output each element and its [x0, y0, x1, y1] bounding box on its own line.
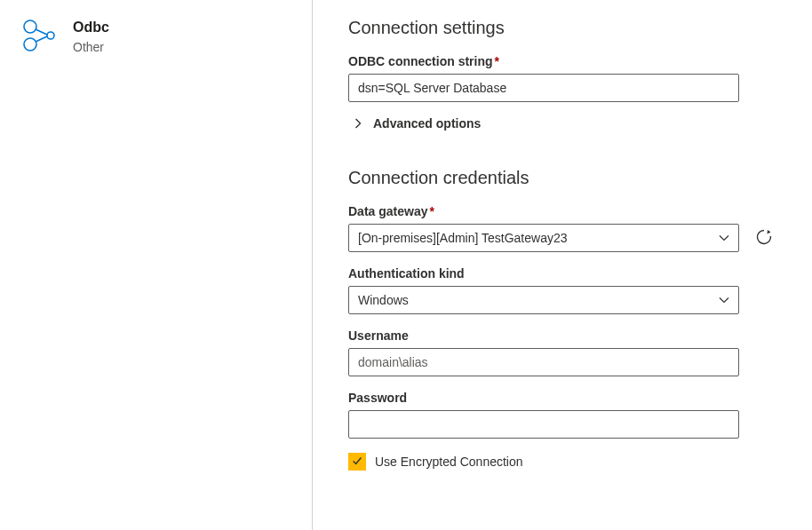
connection-string-label-text: ODBC connection string [348, 54, 493, 68]
advanced-options-toggle[interactable]: Advanced options [348, 116, 776, 131]
connector-subtitle: Other [73, 38, 109, 56]
connection-string-field: ODBC connection string* [348, 54, 776, 102]
svg-point-2 [47, 32, 54, 39]
required-star: * [495, 54, 499, 68]
use-encrypted-checkbox[interactable] [348, 453, 366, 471]
password-field: Password [348, 391, 776, 439]
connector-title: Odbc [73, 18, 109, 37]
use-encrypted-label[interactable]: Use Encrypted Connection [375, 455, 523, 469]
connection-credentials-heading: Connection credentials [348, 168, 776, 188]
svg-line-4 [36, 36, 47, 42]
right-panel: Connection settings ODBC connection stri… [313, 0, 812, 530]
svg-point-0 [24, 20, 36, 33]
gateway-row: [On-premises][Admin] TestGateway23 [348, 224, 776, 252]
connector-info: Odbc Other [73, 18, 109, 56]
odbc-icon [21, 18, 57, 53]
auth-kind-select-wrapper: Windows [348, 286, 739, 314]
svg-line-3 [36, 29, 47, 35]
username-input[interactable] [348, 348, 739, 376]
data-gateway-select-wrapper: [On-premises][Admin] TestGateway23 [348, 224, 739, 252]
auth-kind-select[interactable]: Windows [348, 286, 739, 314]
required-star: * [429, 204, 434, 218]
data-gateway-label-text: Data gateway [348, 204, 427, 218]
refresh-icon [755, 228, 773, 249]
dialog-container: Odbc Other Connection settings ODBC conn… [0, 0, 812, 530]
svg-point-1 [24, 38, 36, 51]
data-gateway-select[interactable]: [On-premises][Admin] TestGateway23 [348, 224, 739, 252]
left-panel: Odbc Other [0, 0, 313, 530]
data-gateway-label: Data gateway* [348, 204, 776, 218]
advanced-options-label: Advanced options [373, 116, 481, 131]
password-input[interactable] [348, 410, 739, 439]
username-field: Username [348, 328, 776, 376]
check-icon [351, 455, 363, 470]
chevron-right-icon [352, 117, 364, 130]
auth-kind-label: Authentication kind [348, 266, 776, 281]
username-label: Username [348, 328, 776, 343]
use-encrypted-row: Use Encrypted Connection [348, 453, 776, 471]
connection-string-label: ODBC connection string* [348, 54, 776, 68]
auth-kind-field: Authentication kind Windows [348, 266, 776, 314]
data-gateway-field: Data gateway* [On-premises][Admin] TestG… [348, 204, 776, 252]
refresh-gateway-button[interactable] [752, 225, 776, 250]
connection-settings-heading: Connection settings [348, 18, 776, 38]
connection-string-input[interactable] [348, 74, 739, 102]
password-label: Password [348, 391, 776, 405]
